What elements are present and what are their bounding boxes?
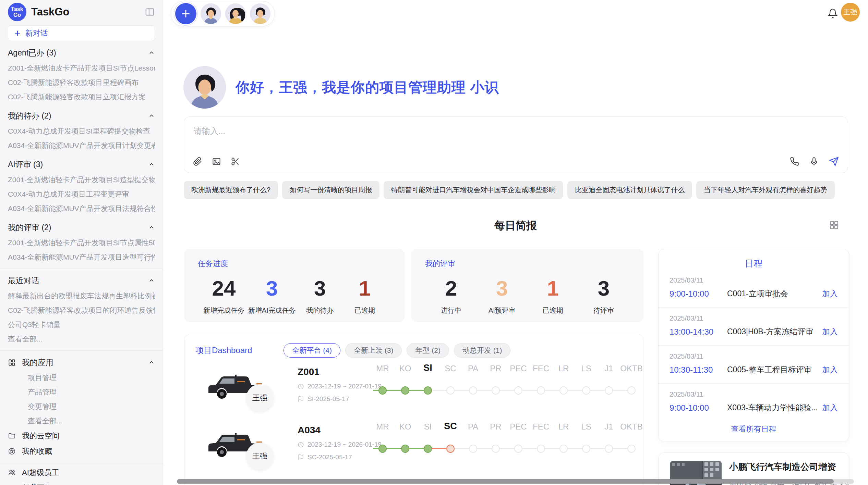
- sidebar-item[interactable]: A034-全新新能源MUV产品开发项目计划变更表编写: [8, 138, 155, 153]
- schedule-date: 2025/03/11: [670, 314, 838, 322]
- sidebar-tool-people[interactable]: AI超级员工: [8, 465, 155, 480]
- milestone-label: LS: [575, 364, 598, 373]
- milestone-dot[interactable]: [582, 445, 590, 453]
- agent-avatar-1[interactable]: [201, 3, 221, 24]
- join-link[interactable]: 加入: [822, 364, 838, 375]
- sidebar-my-apps-header[interactable]: 我的应用: [8, 354, 155, 371]
- stat-label: 待评审: [583, 306, 624, 315]
- dashboard-tabs: 全新平台 (4)全新上装 (3)年型 (2)动总开发 (1): [284, 343, 510, 358]
- sidebar-item[interactable]: Z001-全新燃油轻卡产品开发项目SI节点属性5D文件评审: [8, 236, 155, 250]
- milestone-dot[interactable]: [582, 386, 590, 395]
- suggestion-chip[interactable]: 特朗普可能对进口汽车增税会对中国车企造成哪些影响: [384, 181, 563, 199]
- notification-bell-icon[interactable]: [828, 8, 838, 18]
- agent-avatar-2[interactable]: [225, 3, 246, 24]
- scissors-icon[interactable]: [231, 157, 240, 166]
- suggestion-chip[interactable]: 如何写一份清晰的项目周报: [282, 181, 379, 199]
- sidebar-item[interactable]: A034-全新新能源MUV产品开发项目造型可行性评审: [8, 250, 155, 264]
- sidebar-item[interactable]: Z001-全新燃油皮卡产品开发项目SI节点Lesson Learn报告: [8, 61, 155, 75]
- sidebar-section-header[interactable]: Agent已办 (3): [8, 45, 155, 61]
- milestone-dot[interactable]: [559, 386, 568, 395]
- milestone-dot[interactable]: [401, 445, 409, 453]
- sidebar-item[interactable]: C02-飞腾新能源轻客改款项目立项汇报方案: [8, 90, 155, 104]
- sidebar-section-header[interactable]: 我的待办 (2): [8, 108, 155, 124]
- dashboard-tab[interactable]: 全新上装 (3): [345, 343, 402, 358]
- dashboard-tab[interactable]: 全新平台 (4): [284, 343, 340, 358]
- project-dates: 2023-12-19 ~ 2026-01-19: [298, 441, 382, 448]
- send-icon[interactable]: [829, 157, 839, 166]
- milestone-dot[interactable]: [492, 445, 500, 453]
- schedule-card: 日程 2025/03/119:00-10:00C001-立项审批会加入2025/…: [658, 249, 849, 442]
- divider: [0, 269, 163, 269]
- recent-chat-item[interactable]: 解释最新出台的欧盟报废车法规再生塑料比例被调至15%...: [8, 289, 155, 303]
- add-agent-button[interactable]: [175, 3, 196, 24]
- voice-call-icon[interactable]: [790, 157, 799, 166]
- app-item[interactable]: 查看全部...: [8, 414, 155, 428]
- schedule-date: 2025/03/11: [670, 276, 838, 284]
- microphone-icon[interactable]: [809, 157, 819, 166]
- insert-image-icon[interactable]: [212, 157, 221, 166]
- sidebar-recent-header[interactable]: 最近对话: [8, 272, 155, 289]
- user-avatar[interactable]: 王强: [841, 3, 860, 22]
- app-item[interactable]: 项目管理: [8, 371, 155, 385]
- scrollbar-thumb[interactable]: [177, 479, 834, 484]
- milestone-dot[interactable]: [559, 445, 568, 453]
- milestone-dot[interactable]: [469, 445, 477, 453]
- milestone-dot[interactable]: [378, 445, 387, 453]
- milestone-dot[interactable]: [605, 445, 613, 453]
- sidebar-item[interactable]: A034-全新新能源MUV产品开发项目法规符合性评审: [8, 201, 155, 216]
- app-item[interactable]: 变更管理: [8, 399, 155, 414]
- recent-chat-item[interactable]: 查看全部...: [8, 332, 155, 346]
- milestone-dot[interactable]: [401, 386, 409, 395]
- milestone-dot[interactable]: [537, 445, 545, 453]
- milestone-label: MR: [371, 364, 394, 373]
- milestone-dot[interactable]: [627, 386, 636, 395]
- project-name[interactable]: A034: [298, 425, 382, 436]
- milestone-dot[interactable]: [627, 445, 636, 453]
- sidebar-item-star-badge[interactable]: 我的收藏: [8, 444, 155, 459]
- horizontal-scrollbar[interactable]: [177, 479, 854, 484]
- sidebar-item-folder[interactable]: 我的云空间: [8, 428, 155, 444]
- dashboard-tab[interactable]: 年型 (2): [407, 343, 449, 358]
- chat-input[interactable]: [184, 117, 848, 157]
- layout-grid-icon[interactable]: [829, 220, 839, 230]
- milestone-dot[interactable]: [492, 386, 500, 395]
- sidebar-item[interactable]: C02-飞腾新能源轻客改款项目里程碑画布: [8, 75, 155, 90]
- milestone-dot[interactable]: [424, 386, 432, 395]
- sidebar-section-header[interactable]: AI评审 (3): [8, 156, 155, 173]
- agent-avatar-3[interactable]: [250, 3, 270, 24]
- sidebar-section-header[interactable]: 我的评审 (2): [8, 219, 155, 236]
- sidebar-item[interactable]: C0X4-动力总成开发项目工程变更评审: [8, 187, 155, 201]
- milestone-dot[interactable]: [378, 386, 387, 395]
- join-link[interactable]: 加入: [822, 402, 838, 413]
- stat-item: 1已逾期: [344, 275, 385, 315]
- suggestion-chip[interactable]: 比亚迪全固态电池计划具体说了什么: [567, 181, 692, 199]
- divider: [0, 350, 163, 351]
- milestone-dot[interactable]: [424, 445, 432, 453]
- milestone-dot[interactable]: [469, 386, 477, 395]
- new-chat-button[interactable]: 新对话: [8, 25, 155, 41]
- recent-chat-item[interactable]: 公司Q3轻卡销量: [8, 318, 155, 332]
- sidebar-tool-image[interactable]: 帮我写作: [8, 480, 155, 485]
- sidebar-task-sections: Agent已办 (3)Z001-全新燃油皮卡产品开发项目SI节点Lesson L…: [8, 45, 155, 264]
- dashboard-tab[interactable]: 动总开发 (1): [454, 343, 511, 358]
- sidebar-collapse-icon[interactable]: [145, 7, 155, 17]
- schedule-item: 2025/03/1113:00-14:30C003|H0B-方案冻结评审加入: [659, 308, 849, 346]
- project-name[interactable]: Z001: [298, 366, 382, 377]
- recent-chat-item[interactable]: C02-飞腾新能源轻客改款项目的闭环通告反馈情况: [8, 303, 155, 318]
- milestone-dot[interactable]: [605, 386, 613, 395]
- join-link[interactable]: 加入: [822, 288, 838, 299]
- schedule-item: 2025/03/1110:30-11:30C005-整车工程目标评审加入: [659, 346, 849, 384]
- milestone-dot[interactable]: [514, 386, 522, 395]
- milestone-dot[interactable]: [446, 445, 455, 453]
- sidebar-item[interactable]: C0X4-动力总成开发项目SI里程碑提交物检查: [8, 124, 155, 138]
- attachment-icon[interactable]: [193, 157, 202, 166]
- milestone-dot[interactable]: [514, 445, 522, 453]
- suggestion-chip[interactable]: 欧洲新规最近颁布了什么?: [184, 181, 278, 199]
- milestone-dot[interactable]: [446, 386, 455, 395]
- app-item[interactable]: 产品管理: [8, 385, 155, 399]
- view-all-schedule-link[interactable]: 查看所有日程: [659, 421, 849, 434]
- join-link[interactable]: 加入: [822, 326, 838, 337]
- sidebar-item[interactable]: Z001-全新燃油轻卡产品开发项目SI造型提交物评审: [8, 173, 155, 187]
- milestone-dot[interactable]: [537, 386, 545, 395]
- suggestion-chip[interactable]: 当下年轻人对汽车外观有怎样的喜好趋势: [696, 181, 835, 199]
